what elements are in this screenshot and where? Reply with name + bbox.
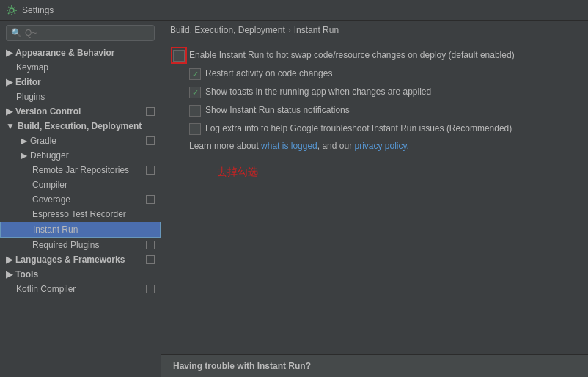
sidebar-label: Editor (15, 77, 41, 87)
arrow-icon: ▶ (6, 48, 12, 58)
breadcrumb: Build, Execution, Deployment › Instant R… (161, 21, 588, 40)
search-icon: 🔍 (11, 28, 22, 38)
option-label-log-extra: Log extra info to help Google troublesho… (205, 122, 512, 135)
sidebar-item-version-control[interactable]: ▶ Version Control (0, 104, 161, 119)
sidebar-item-coverage[interactable]: Coverage (0, 192, 161, 207)
page-icon (146, 166, 155, 175)
bottom-bar: Having trouble with Instant Run? (161, 354, 588, 377)
option-row-show-toasts: Show toasts in the running app when chan… (173, 86, 576, 98)
option-row-enable-instant-run: Enable Instant Run to hot swap code/reso… (173, 49, 576, 62)
checkbox-restart-activity[interactable] (189, 68, 201, 80)
breadcrumb-separator: › (288, 25, 291, 35)
option-row-log-extra: Log extra info to help Google troublesho… (173, 122, 576, 135)
sidebar-label: Compiler (32, 180, 67, 190)
arrow-icon: ▶ (6, 77, 12, 87)
learn-more-middle: , and our (317, 141, 355, 151)
sidebar-label: Kotlin Compiler (16, 284, 76, 294)
page-icon (146, 107, 155, 116)
content-area: Build, Execution, Deployment › Instant R… (161, 21, 588, 377)
sidebar-item-build-execution[interactable]: ▼ Build, Execution, Deployment (0, 119, 161, 133)
option-label-restart-activity: Restart activity on code changes (205, 67, 332, 80)
breadcrumb-part1: Build, Execution, Deployment (170, 25, 285, 35)
sidebar-label: Languages & Frameworks (15, 255, 125, 265)
sidebar-label: Version Control (15, 106, 81, 117)
learn-more-row: Learn more about what is logged, and our… (189, 141, 576, 151)
option-label-show-status: Show Instant Run status notifications (205, 104, 350, 117)
arrow-icon: ▶ (21, 136, 27, 146)
sidebar-item-languages[interactable]: ▶ Languages & Frameworks (0, 252, 161, 267)
sidebar-item-compiler[interactable]: Compiler (0, 177, 161, 192)
sidebar-label: Gradle (30, 136, 56, 146)
privacy-policy-link[interactable]: privacy policy. (354, 141, 408, 151)
checkbox-enable-instant-run[interactable] (173, 50, 185, 62)
annotation-text: 去掉勾选 (217, 166, 576, 179)
arrow-icon: ▶ (6, 269, 12, 279)
page-icon (146, 136, 155, 145)
sidebar-item-keymap[interactable]: Keymap (0, 60, 161, 75)
sidebar-item-required-plugins[interactable]: Required Plugins (0, 238, 161, 252)
what-is-logged-link[interactable]: what is logged (261, 141, 317, 151)
checkbox-show-toasts[interactable] (189, 87, 201, 98)
page-icon (146, 195, 155, 204)
page-icon (146, 285, 155, 293)
sidebar-label: Keymap (16, 62, 48, 73)
breadcrumb-part2: Instant Run (294, 25, 339, 35)
arrow-icon: ▶ (21, 150, 27, 161)
sidebar-item-kotlin[interactable]: Kotlin Compiler (0, 282, 161, 296)
option-label-enable-instant-run: Enable Instant Run to hot swap code/reso… (189, 49, 515, 62)
checkbox-log-extra[interactable] (189, 123, 201, 135)
arrow-icon: ▶ (6, 255, 12, 265)
sidebar-item-editor[interactable]: ▶ Editor (0, 75, 161, 89)
page-icon (146, 255, 155, 264)
option-row-show-status: Show Instant Run status notifications (173, 104, 576, 117)
sidebar-item-remote-jar[interactable]: Remote Jar Repositories (0, 163, 161, 177)
bottom-bar-title: Having trouble with Instant Run? (173, 361, 311, 371)
page-icon (146, 241, 155, 249)
title-bar-text: Settings (22, 5, 54, 15)
sidebar: 🔍 ▶ Appearance & Behavior Keymap ▶ Edito… (0, 21, 161, 377)
option-row-restart-activity: Restart activity on code changes (173, 67, 576, 80)
search-input[interactable] (25, 28, 150, 38)
sidebar-label: Build, Execution, Deployment (18, 121, 142, 131)
sidebar-label: Debugger (30, 150, 69, 161)
settings-icon (6, 4, 18, 16)
option-label-show-toasts: Show toasts in the running app when chan… (205, 86, 431, 98)
sidebar-label: Required Plugins (32, 240, 99, 250)
sidebar-label: Plugins (16, 92, 45, 102)
sidebar-item-tools[interactable]: ▶ Tools (0, 267, 161, 282)
sidebar-item-appearance-behavior[interactable]: ▶ Appearance & Behavior (0, 45, 161, 60)
sidebar-item-gradle[interactable]: ▶ Gradle (0, 133, 161, 148)
sidebar-item-plugins[interactable]: Plugins (0, 89, 161, 104)
sidebar-label: Tools (15, 269, 38, 279)
sidebar-label: Instant Run (33, 224, 78, 235)
checkbox-show-status[interactable] (189, 105, 201, 117)
sidebar-item-espresso[interactable]: Espresso Test Recorder (0, 207, 161, 222)
title-bar: Settings (0, 0, 588, 21)
search-box[interactable]: 🔍 (6, 25, 155, 41)
svg-point-0 (10, 8, 14, 12)
arrow-icon: ▶ (6, 106, 12, 117)
sidebar-label: Appearance & Behavior (15, 48, 114, 58)
sidebar-item-instant-run[interactable]: Instant Run (0, 222, 161, 238)
arrow-icon: ▼ (6, 121, 15, 131)
content-body: Enable Instant Run to hot swap code/reso… (161, 40, 588, 354)
sidebar-item-debugger[interactable]: ▶ Debugger (0, 148, 161, 163)
sidebar-label: Remote Jar Repositories (32, 165, 129, 175)
learn-more-prefix: Learn more about (189, 141, 261, 151)
sidebar-label: Coverage (32, 194, 70, 205)
sidebar-label: Espresso Test Recorder (32, 209, 126, 219)
